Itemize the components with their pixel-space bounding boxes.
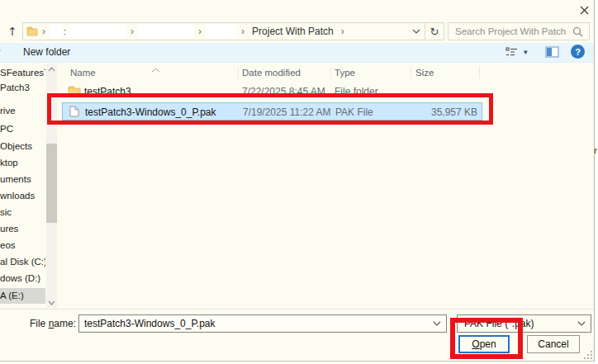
sidebar-item[interactable]: eos bbox=[0, 238, 45, 253]
refresh-icon: ↻ bbox=[430, 26, 439, 38]
chevron-down-icon bbox=[412, 29, 420, 34]
folder-icon bbox=[26, 26, 38, 36]
type-cell: File folder bbox=[335, 83, 378, 101]
refresh-button[interactable]: ↻ bbox=[425, 23, 444, 40]
date-modified-cell: 7/22/2025 8:45 AM bbox=[242, 83, 325, 101]
breadcrumb-separator-icon: › bbox=[40, 26, 47, 37]
file-name-label: File name: bbox=[15, 318, 76, 329]
sidebar-item[interactable]: uments bbox=[0, 172, 45, 187]
list-view-button[interactable] bbox=[505, 46, 519, 58]
redacted-breadcrumb-segment bbox=[50, 25, 63, 38]
breadcrumb-separator-icon: › bbox=[339, 26, 346, 37]
sidebar-item-selected[interactable]: A (E:) bbox=[0, 288, 45, 304]
redacted-breadcrumb-segment bbox=[138, 25, 194, 38]
file-list: Name Date modified Type Size testPatch3 … bbox=[62, 64, 594, 308]
background-window bbox=[595, 0, 598, 364]
table-row-folder[interactable]: testPatch3 7/22/2025 8:45 AM File folder bbox=[62, 83, 491, 101]
column-header-date-modified[interactable]: Date modified bbox=[242, 64, 301, 81]
file-name-cell: testPatch3 bbox=[84, 83, 131, 101]
up-arrow-icon: ↑ bbox=[7, 25, 17, 38]
file-type-dropdown-button[interactable] bbox=[572, 321, 591, 326]
sidebar-item[interactable]: SFeaturesTer bbox=[0, 65, 45, 81]
column-divider bbox=[411, 67, 411, 78]
preview-pane-button[interactable] bbox=[545, 46, 559, 58]
views-dropdown-button[interactable]: ▾ bbox=[524, 48, 528, 56]
sidebar-item[interactable]: ktop bbox=[0, 155, 45, 171]
search-input[interactable] bbox=[448, 26, 571, 36]
dialog-right-edge bbox=[594, 0, 595, 362]
sidebar-item[interactable]: Patch3 bbox=[0, 80, 45, 96]
sidebar-item[interactable]: rive bbox=[0, 103, 45, 119]
open-button[interactable]: Open bbox=[458, 335, 510, 353]
column-header-type[interactable]: Type bbox=[335, 64, 355, 81]
table-row-selected-file[interactable]: testPatch3-Windows_0_P.pak 7/19/2025 11:… bbox=[62, 102, 482, 121]
help-icon: ? bbox=[575, 47, 581, 57]
organize-button-fragment: ▾ bbox=[0, 47, 1, 55]
file-name-input[interactable] bbox=[79, 318, 428, 329]
sidebar-item[interactable]: ures bbox=[0, 221, 45, 237]
address-dropdown-button[interactable] bbox=[408, 29, 425, 34]
sort-ascending-icon bbox=[151, 64, 160, 75]
sidebar-item[interactable]: PC bbox=[0, 121, 45, 137]
scrollbar-thumb[interactable] bbox=[46, 144, 57, 223]
up-button[interactable]: ↑ bbox=[4, 22, 21, 40]
type-cell: PAK File bbox=[335, 103, 373, 121]
file-name-dropdown-button[interactable] bbox=[428, 321, 446, 326]
file-icon bbox=[69, 106, 79, 117]
file-name-combobox[interactable] bbox=[78, 314, 447, 333]
column-header-size[interactable]: Size bbox=[415, 64, 434, 81]
address-bar[interactable]: › : › › › Project With Patch › ↻ bbox=[22, 22, 444, 40]
size-cell bbox=[411, 83, 477, 101]
breadcrumb-current-folder[interactable]: Project With Patch bbox=[252, 26, 334, 37]
file-type-value: PAK File (*.pak) bbox=[458, 318, 572, 329]
breadcrumb-separator-icon: › bbox=[129, 26, 135, 37]
new-folder-button[interactable]: New folder bbox=[23, 46, 70, 58]
sidebar-item[interactable]: Objects bbox=[0, 139, 45, 154]
size-cell: 35,957 KB bbox=[411, 103, 477, 121]
file-name-cell: testPatch3-Windows_0_P.pak bbox=[85, 103, 216, 121]
cancel-button[interactable]: Cancel bbox=[527, 335, 580, 353]
sidebar-item[interactable]: sic bbox=[0, 205, 45, 220]
dialog-bottom-edge bbox=[0, 361, 594, 362]
redacted-breadcrumb-segment bbox=[206, 25, 237, 38]
open-file-dialog: › ↑ › : › › › Project With Patch › ↻ ▾ N… bbox=[0, 0, 598, 364]
search-box[interactable] bbox=[448, 22, 590, 40]
list-view-icon bbox=[505, 46, 519, 58]
help-button[interactable]: ? bbox=[571, 45, 585, 59]
redacted-breadcrumb-segment bbox=[67, 25, 126, 38]
chevron-down-icon bbox=[577, 321, 586, 326]
folder-icon bbox=[68, 86, 81, 97]
sidebar-item[interactable]: dows (D:) bbox=[0, 271, 45, 286]
close-button[interactable] bbox=[575, 2, 593, 17]
close-icon bbox=[579, 5, 590, 16]
search-icon bbox=[571, 26, 589, 37]
breadcrumb-separator-icon: › bbox=[197, 26, 203, 37]
date-modified-cell: 7/19/2025 11:22 AM bbox=[243, 103, 331, 121]
column-divider bbox=[238, 67, 239, 78]
sidebar-item[interactable]: wnloads bbox=[0, 188, 45, 204]
scroll-down-icon[interactable] bbox=[46, 298, 57, 308]
footer-divider bbox=[0, 309, 594, 310]
background-text-remnant: r bbox=[594, 145, 597, 155]
breadcrumb-separator-icon: › bbox=[240, 26, 246, 37]
column-divider bbox=[479, 67, 480, 78]
sidebar-scrollbar[interactable] bbox=[46, 64, 57, 308]
scroll-up-icon[interactable] bbox=[46, 64, 57, 74]
sidebar-item[interactable]: al Disk (C:) bbox=[0, 254, 45, 270]
drive-letter-remnant: : bbox=[64, 26, 66, 36]
chevron-down-icon bbox=[433, 321, 441, 326]
column-divider bbox=[330, 67, 331, 78]
preview-pane-icon bbox=[545, 46, 559, 58]
file-type-combobox[interactable]: PAK File (*.pak) bbox=[457, 314, 591, 333]
column-header-name[interactable]: Name bbox=[70, 64, 96, 81]
